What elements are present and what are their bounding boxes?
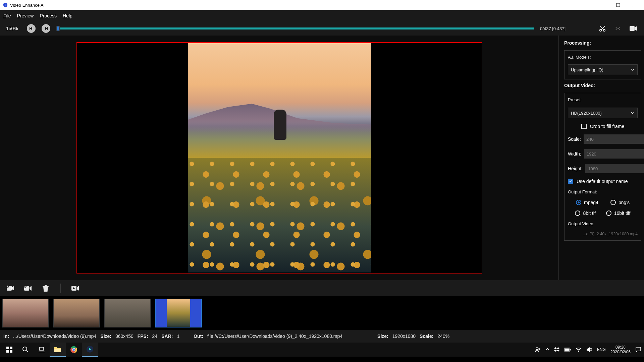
crop-label: Crop to fill frame [590,124,625,129]
svg-point-28 [578,351,579,352]
people-icon[interactable] [535,347,541,353]
svg-rect-13 [10,347,12,349]
clip-strip [0,296,644,330]
merge-tool-icon [613,24,623,33]
frame-position: 0/437 [0:437] [540,26,566,31]
svg-point-24 [539,348,540,350]
default-name-checkbox[interactable] [568,179,573,184]
svg-rect-27 [565,349,569,351]
svg-point-23 [536,348,538,350]
add-video-button[interactable] [6,284,15,292]
status-bar: In: .../Users/User/Downloads/video (9).m… [0,330,644,343]
menu-process[interactable]: Process [40,13,57,18]
volume-icon[interactable] [586,347,592,352]
menu-bar: File Preview Process Help [0,10,644,21]
title-bar: Video Enhance AI [0,0,644,10]
close-button[interactable] [626,0,641,10]
svg-rect-12 [6,347,9,349]
status-in-label: In: [3,334,9,339]
status-size2-label: Size: [377,334,388,339]
svg-rect-17 [40,347,44,350]
width-label: Width: [568,151,581,157]
dropbox-icon[interactable] [554,347,559,352]
notifications-icon[interactable] [635,347,641,353]
main-area: Processing: A.I. Models: Upsampling(HQ) … [0,36,644,280]
status-sar-value: 1 [177,334,179,339]
chevron-up-icon[interactable] [545,348,549,352]
settings-panel: Processing: A.I. Models: Upsampling(HQ) … [558,36,644,280]
output-file-label: Output Video: [568,221,638,226]
cut-tool-icon[interactable] [598,24,607,33]
delete-button[interactable] [41,284,50,292]
preview-zoom: 150% [6,26,21,31]
task-view-button[interactable] [34,343,50,357]
format-mpeg4-label: mpeg4 [584,200,598,205]
format-pngs-label: png's [619,200,630,205]
format-16bit-radio[interactable] [606,210,611,216]
minimize-button[interactable] [595,0,610,10]
processing-fieldset: A.I. Models: Upsampling(HQ) [564,50,641,79]
preset-select[interactable]: HD(644x362) [568,108,638,118]
timeline-thumb[interactable] [56,26,60,31]
tray-clock[interactable]: 09:28 2020/02/06 [610,345,631,354]
prev-frame-button[interactable] [27,24,36,33]
wifi-icon[interactable] [576,347,582,352]
preset-value: HD(644x362) [571,111,602,116]
remove-video-button[interactable] [23,284,33,292]
playback-bar: 150% 0/437 [0:437] [0,21,644,36]
status-scale-label: Scale: [420,334,433,339]
chevron-down-icon [631,68,635,72]
app-taskbar-icon[interactable] [82,343,98,357]
scale-label: Scale: [568,136,581,142]
menu-file[interactable]: File [3,13,11,18]
svg-point-5 [603,29,605,32]
svg-rect-1 [616,3,620,7]
status-size-label: Size: [100,334,111,339]
status-out-label: Out: [194,334,203,339]
menu-help[interactable]: Help [63,13,72,18]
maximize-button[interactable] [610,0,626,10]
format-pngs-radio[interactable] [610,200,616,205]
format-mpeg4-radio[interactable] [576,200,581,205]
tray-language[interactable]: ENG [597,347,606,352]
menu-preview[interactable]: Preview [17,13,34,18]
crop-checkbox[interactable] [581,124,587,129]
preview-area [0,36,558,280]
width-input[interactable] [584,149,644,159]
output-fieldset: Preset: HD(644x362) Crop to fill frame… [564,93,641,241]
format-8bit-label: 8bit tif [583,210,595,216]
timeline-slider[interactable] [56,27,534,29]
svg-point-16 [23,347,27,351]
file-explorer-icon[interactable] [50,343,66,357]
next-frame-button[interactable] [42,24,50,33]
start-button[interactable] [1,343,17,357]
search-button[interactable] [17,343,34,357]
chrome-icon[interactable] [66,343,82,357]
process-button[interactable] [71,284,80,292]
svg-point-21 [73,349,75,351]
status-scale-value: 240% [437,334,449,339]
status-fps-label: FPS: [138,334,148,339]
clip-thumbnail[interactable] [104,299,151,327]
tray-date: 2020/02/06 [610,350,631,354]
svg-rect-6 [630,26,635,31]
svg-rect-14 [6,350,9,353]
svg-rect-18 [54,349,61,352]
clip-thumbnail[interactable] [2,299,49,327]
record-tool-icon[interactable] [629,24,638,33]
preview-image [188,43,371,273]
preset-label: Preset: [568,97,638,102]
preview-frame [76,42,482,274]
format-16bit-label: 16bit tiff [614,210,631,216]
svg-rect-26 [570,349,571,350]
chevron-down-icon [631,111,635,115]
output-file-name: ...o (9)_2.40x_1920x1080.mp4 [568,232,638,236]
height-input[interactable] [585,164,644,173]
format-8bit-radio[interactable] [575,210,580,216]
clip-thumbnail-selected[interactable] [155,299,202,327]
scale-input[interactable] [584,134,644,144]
ai-models-select[interactable]: Upsampling(HQ) [568,64,638,75]
status-fps-value: 24 [152,334,158,339]
battery-icon[interactable] [564,348,571,352]
clip-thumbnail[interactable] [53,299,100,327]
